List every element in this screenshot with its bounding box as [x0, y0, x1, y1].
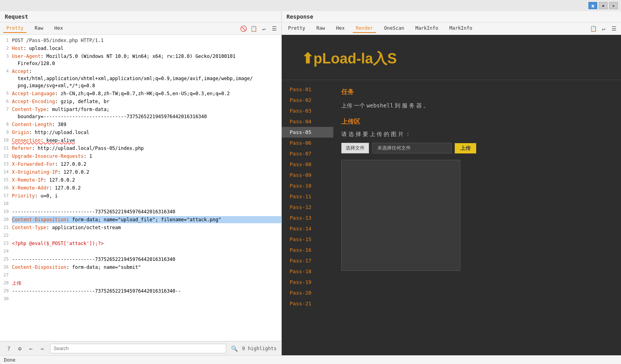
- request-line-24: 24: [0, 247, 281, 255]
- request-line-19: 19 -----------------------------73752652…: [0, 208, 281, 216]
- nav-pass-04[interactable]: Pass-04: [282, 116, 333, 127]
- copy-icon[interactable]: 📋: [250, 25, 258, 33]
- request-line-30: 30: [0, 295, 281, 303]
- nav-pass-11[interactable]: Pass-11: [282, 191, 333, 202]
- layout-btn-1[interactable]: ▦: [588, 2, 597, 9]
- request-line-22: 22: [0, 232, 281, 239]
- tab-onescan-response[interactable]: OneScan: [381, 24, 408, 33]
- help-icon[interactable]: ?: [5, 345, 13, 353]
- bottom-icon-group: ? ⚙ ← →: [5, 345, 46, 353]
- request-line-21: 21 Content-Type: application/octet-strea…: [0, 224, 281, 232]
- nav-pass-19[interactable]: Pass-19: [282, 277, 333, 287]
- tab-render-response[interactable]: Render: [353, 24, 376, 33]
- request-panel-header: Request: [0, 11, 281, 23]
- tab-markinfo2-response[interactable]: MarkInfo: [446, 24, 475, 33]
- tab-raw-request[interactable]: Raw: [31, 24, 46, 33]
- response-copy-icon[interactable]: 📋: [589, 25, 597, 33]
- choose-file-button[interactable]: 选择文件: [341, 143, 369, 153]
- nav-pass-07[interactable]: Pass-07: [282, 148, 333, 159]
- request-line-29: 29 -----------------------------73752652…: [0, 287, 281, 295]
- nav-pass-14[interactable]: Pass-14: [282, 223, 333, 234]
- request-line-16: 16 X-Remote-Addr: 127.0.0.2: [0, 184, 281, 192]
- request-line-25: 25 -----------------------------73752652…: [0, 255, 281, 263]
- nav-pass-01[interactable]: Pass-01: [282, 84, 333, 95]
- search-input[interactable]: [50, 344, 226, 353]
- upload-label: 请 选 择 要 上 传 的 图 片 ：: [341, 131, 613, 138]
- status-text: Done: [4, 357, 15, 363]
- layout-btn-2[interactable]: ≡: [599, 2, 608, 9]
- request-line-18: 18: [0, 200, 281, 208]
- nav-pass-06[interactable]: Pass-06: [282, 138, 333, 148]
- tab-raw-response[interactable]: Raw: [313, 24, 328, 33]
- nav-pass-09[interactable]: Pass-09: [282, 170, 333, 180]
- layout-btn-3[interactable]: ✕: [609, 2, 618, 9]
- upload-logo-container: ⬆pLoad-la入S: [282, 35, 621, 80]
- main-content: Request Pretty Raw Hex 🚫 📋 ↵ ☰ 1 POST /P…: [0, 11, 621, 355]
- indent-icon[interactable]: ↵: [260, 25, 268, 33]
- status-bar: Done: [0, 355, 621, 364]
- task-section-title: 任务: [341, 88, 613, 96]
- request-line-14: 14 X-Originating-IP: 127.0.0.2: [0, 168, 281, 176]
- request-tabs-bar: Pretty Raw Hex 🚫 📋 ↵ ☰: [0, 23, 281, 35]
- nav-pass-16[interactable]: Pass-16: [282, 245, 333, 255]
- task-desc-code: webshell: [367, 102, 393, 109]
- request-line-13: 13 X-Forwarded-For: 127.0.0.2: [0, 160, 281, 168]
- tab-hex-response[interactable]: Hex: [333, 24, 348, 33]
- request-bottom-bar: ? ⚙ ← → 🔍 0 highlights: [0, 341, 281, 355]
- nav-pass-02[interactable]: Pass-02: [282, 95, 333, 105]
- no-file-chosen-label: 未选择任何文件: [372, 143, 452, 153]
- tab-pretty-request[interactable]: Pretty: [3, 24, 27, 33]
- request-line-3: 3 User-Agent: Mozilla/5.0 (Windows NT 10…: [0, 52, 281, 67]
- request-line-15: 15 X-Remote-IP: 127.0.0.2: [0, 176, 281, 184]
- request-toolbar-right: 🚫 📋 ↵ ☰: [239, 25, 278, 33]
- forward-icon[interactable]: →: [38, 345, 46, 353]
- nav-pass-18[interactable]: Pass-18: [282, 266, 333, 277]
- tab-markinfo1-response[interactable]: MarkInfo: [412, 24, 442, 33]
- task-desc-prefix: 上传 一个: [341, 102, 367, 109]
- nav-sidebar: Pass-01 Pass-02 Pass-03 Pass-04 Pass-05 …: [282, 80, 333, 355]
- nav-pass-21[interactable]: Pass-21: [282, 298, 333, 309]
- response-body: ⬆pLoad-la入S Pass-01 Pass-02 Pass-03 Pass…: [282, 35, 621, 355]
- response-toolbar-right: 📋 ↵ ☰: [589, 25, 618, 33]
- nav-pass-03[interactable]: Pass-03: [282, 105, 333, 116]
- response-menu-icon[interactable]: ☰: [610, 25, 618, 33]
- request-line-11: 11 Referer: http://upload.local/Pass-05/…: [0, 144, 281, 152]
- request-line-17: 17 Priority: u=0, i: [0, 192, 281, 200]
- upload-controls: 选择文件 未选择任何文件 上传: [341, 143, 613, 153]
- request-line-8: 8 Content-Length: 389: [0, 121, 281, 128]
- response-content: ⬆pLoad-la入S Pass-01 Pass-02 Pass-03 Pass…: [282, 35, 621, 355]
- request-line-7: 7 Content-Type: multipart/form-data; bou…: [0, 105, 281, 121]
- settings-icon[interactable]: ⚙: [16, 345, 24, 353]
- top-toolbar: ▦ ≡ ✕: [0, 0, 621, 11]
- request-line-28: 28 上传: [0, 279, 281, 287]
- tab-pretty-response[interactable]: Pretty: [285, 24, 308, 33]
- request-line-20: 20 Content-Disposition: form-data; name=…: [0, 216, 281, 224]
- eye-slash-icon[interactable]: 🚫: [239, 25, 247, 33]
- nav-pass-17[interactable]: Pass-17: [282, 255, 333, 266]
- upload-section-title: 上传区: [341, 118, 613, 126]
- upload-submit-button[interactable]: 上传: [455, 143, 476, 153]
- request-line-2: 2 Host: upload.local: [0, 44, 281, 52]
- task-desc-suffix: 到 服 务 器 。: [393, 102, 429, 109]
- request-line-6: 6 Accept-Encoding: gzip, deflate, br: [0, 98, 281, 105]
- back-icon[interactable]: ←: [27, 345, 35, 353]
- nav-pass-10[interactable]: Pass-10: [282, 180, 333, 191]
- request-line-5: 5 Accept-Language: zh-CN,zh;q=0.8,zh-TW;…: [0, 90, 281, 98]
- response-indent-icon[interactable]: ↵: [600, 25, 608, 33]
- nav-pass-12[interactable]: Pass-12: [282, 202, 333, 213]
- request-line-12: 12 Upgrade-Insecure-Requests: 1: [0, 152, 281, 160]
- tab-hex-request[interactable]: Hex: [51, 24, 66, 33]
- response-tabs-bar: Pretty Raw Hex Render OneScan MarkInfo M…: [282, 23, 621, 35]
- task-description: 上传 一个 webshell 到 服 务 器 。: [341, 101, 613, 110]
- nav-pass-13[interactable]: Pass-13: [282, 213, 333, 223]
- request-line-10: 10 Connection: keep-alive: [0, 136, 281, 144]
- nav-pass-08[interactable]: Pass-08: [282, 159, 333, 170]
- request-line-1: 1 POST /Pass-05/index.php HTTP/1.1: [0, 36, 281, 44]
- nav-pass-20[interactable]: Pass-20: [282, 287, 333, 298]
- search-icon[interactable]: 🔍: [230, 345, 238, 353]
- response-panel: Response Pretty Raw Hex Render OneScan M…: [282, 11, 621, 355]
- request-content: 1 POST /Pass-05/index.php HTTP/1.1 2 Hos…: [0, 35, 281, 341]
- menu-icon[interactable]: ☰: [270, 25, 278, 33]
- nav-pass-05[interactable]: Pass-05: [282, 127, 333, 138]
- nav-pass-15[interactable]: Pass-15: [282, 234, 333, 245]
